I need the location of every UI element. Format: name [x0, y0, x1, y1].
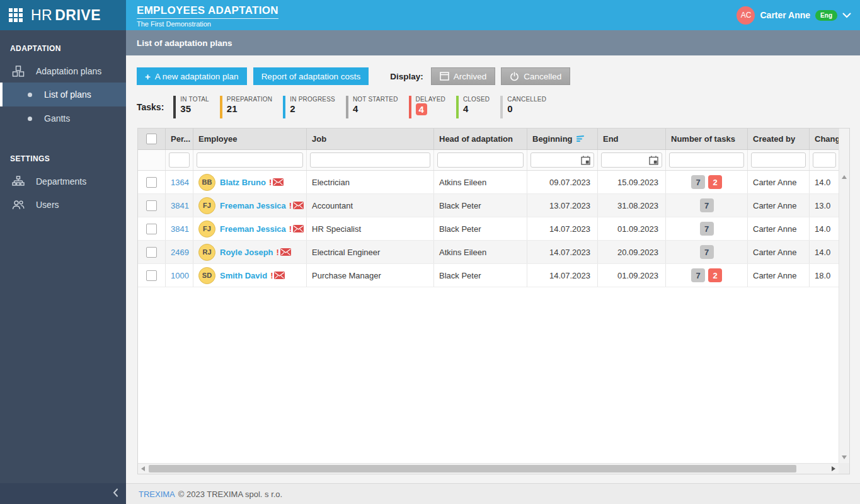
end-cell: 31.08.2023 — [598, 194, 666, 217]
sidebar-collapse-bar[interactable] — [0, 483, 126, 504]
personal-number-link[interactable]: 3841 — [171, 224, 189, 234]
counter-value: 35 — [180, 103, 209, 114]
counter-not-started: NOT STARTED 4 — [346, 96, 398, 118]
mail-icon[interactable] — [280, 248, 291, 256]
header-job[interactable]: Job — [307, 129, 434, 149]
user-menu[interactable]: AC Carter Anne Eng — [737, 6, 851, 25]
row-checkbox[interactable] — [146, 270, 157, 281]
archived-toggle-button[interactable]: Archived — [431, 67, 496, 85]
personal-number-link[interactable]: 1364 — [171, 178, 189, 187]
user-avatar[interactable]: AC — [737, 6, 755, 25]
changed-cell: 14.0 — [810, 171, 839, 193]
plans-table-panel: Per... Employee Job Head of adaptation B… — [137, 128, 850, 474]
end-cell: 01.09.2023 — [598, 264, 666, 287]
calendar-icon[interactable] — [581, 156, 590, 167]
table-row[interactable]: 1000 SD Smith David ! Purchase Manager B… — [138, 264, 839, 287]
chevron-left-icon[interactable] — [113, 488, 118, 499]
counter-in-total: IN TOTAL 35 — [173, 96, 209, 118]
scroll-up-icon[interactable] — [842, 175, 847, 179]
plans-table: Per... Employee Job Head of adaptation B… — [138, 129, 839, 287]
counter-label: CANCELLED — [507, 96, 546, 103]
counter-value: 21 — [227, 103, 272, 114]
vertical-scrollbar[interactable] — [839, 129, 849, 463]
chevron-down-icon[interactable] — [842, 11, 851, 20]
personal-number-link[interactable]: 3841 — [171, 201, 189, 210]
alert-mark: ! — [289, 201, 292, 210]
header-changed[interactable]: Chang — [810, 129, 839, 149]
alert-mark: ! — [269, 178, 272, 187]
header-beginning[interactable]: Beginning — [527, 129, 598, 149]
changed-cell: 13.0 — [810, 194, 839, 217]
sidebar-item-gantts[interactable]: Gantts — [0, 106, 126, 130]
filter-tasks-input[interactable] — [669, 152, 744, 168]
sidebar-item-adaptation-plans[interactable]: Adaptation plans — [0, 59, 126, 83]
calendar-icon[interactable] — [649, 156, 658, 167]
language-badge[interactable]: Eng — [815, 10, 837, 21]
footer: TREXIMA © 2023 TREXIMA spol. s r.o. — [126, 483, 860, 504]
scroll-left-icon[interactable] — [141, 466, 145, 471]
mail-icon[interactable] — [274, 272, 285, 279]
header-created-by[interactable]: Created by — [748, 129, 810, 149]
bullet-icon — [28, 117, 32, 121]
logo-area[interactable]: HRDRIVE — [0, 0, 126, 30]
tasks-total-badge: 7 — [691, 268, 705, 282]
page-subtitle: The First Demonstration — [137, 20, 278, 28]
employee-name-link[interactable]: Freeman Jessica — [220, 224, 286, 234]
employee-avatar: RJ — [198, 244, 215, 261]
select-all-checkbox[interactable] — [146, 134, 157, 144]
scroll-down-icon[interactable] — [842, 455, 847, 459]
sidebar-item-list-of-plans[interactable]: List of plans — [0, 83, 126, 106]
app-root: HRDRIVE ADAPTATION Adaptation plans List… — [0, 0, 860, 504]
employee-name-link[interactable]: Royle Joseph — [220, 248, 273, 257]
counter-value: 4 — [463, 103, 490, 114]
select-all-cell — [138, 129, 166, 149]
counter-label: CLOSED — [463, 96, 490, 103]
header-employee[interactable]: Employee — [193, 129, 307, 149]
table-row[interactable]: 2469 RJ Royle Joseph ! Electrical Engine… — [138, 241, 839, 264]
header-beginning-label: Beginning — [532, 134, 573, 144]
created-by-cell: Carter Anne — [748, 171, 810, 193]
archive-icon — [440, 72, 449, 81]
mail-icon[interactable] — [293, 225, 304, 232]
row-checkbox[interactable] — [146, 200, 157, 211]
filter-head-input[interactable] — [437, 152, 524, 168]
mail-icon[interactable] — [293, 202, 304, 209]
employee-name-link[interactable]: Blatz Bruno — [220, 178, 266, 187]
row-checkbox[interactable] — [146, 224, 157, 234]
tasks-delayed-badge: 2 — [708, 268, 722, 282]
employee-name-link[interactable]: Freeman Jessica — [220, 201, 286, 210]
sort-ascending-icon[interactable] — [576, 135, 585, 142]
sidebar-item-users[interactable]: Users — [0, 193, 126, 216]
end-cell: 15.09.2023 — [598, 171, 666, 193]
table-row[interactable]: 3841 FJ Freeman Jessica ! Accountant Bla… — [138, 194, 839, 217]
horizontal-scroll-thumb[interactable] — [149, 465, 796, 472]
horizontal-scrollbar[interactable] — [138, 463, 839, 474]
filter-job-input[interactable] — [310, 152, 430, 168]
sidebar-item-departments[interactable]: Departments — [0, 169, 126, 193]
personal-number-link[interactable]: 2469 — [171, 248, 189, 257]
report-label: Report of adaptation costs — [261, 72, 361, 81]
cancelled-toggle-button[interactable]: Cancelled — [501, 67, 570, 85]
report-costs-button[interactable]: Report of adaptation costs — [253, 67, 369, 85]
table-row[interactable]: 1364 BB Blatz Bruno ! Electrician Atkins… — [138, 171, 839, 194]
filter-personal-number-input[interactable] — [169, 152, 190, 168]
personal-number-link[interactable]: 1000 — [171, 271, 189, 280]
head-cell: Atkins Eileen — [434, 241, 527, 263]
header-number-of-tasks[interactable]: Number of tasks — [666, 129, 748, 149]
header-head-of-adaptation[interactable]: Head of adaptation — [434, 129, 527, 149]
new-adaptation-plan-button[interactable]: + A new adaptation plan — [137, 67, 247, 85]
table-row[interactable]: 3841 FJ Freeman Jessica ! HR Specialist … — [138, 217, 839, 241]
filter-created-by-input[interactable] — [751, 152, 806, 168]
trexima-link[interactable]: TREXIMA — [139, 490, 175, 499]
filter-employee-input[interactable] — [197, 152, 303, 168]
header-end[interactable]: End — [598, 129, 666, 149]
new-plan-label: A new adaptation plan — [155, 72, 239, 81]
filter-changed-input[interactable] — [813, 152, 836, 168]
header-personal-number[interactable]: Per... — [166, 129, 193, 149]
employee-name-link[interactable]: Smith David — [220, 271, 267, 280]
row-checkbox[interactable] — [146, 177, 157, 188]
apps-grid-icon[interactable] — [9, 8, 23, 22]
row-checkbox[interactable] — [146, 247, 157, 258]
mail-icon[interactable] — [273, 178, 284, 186]
scroll-right-icon[interactable] — [832, 466, 835, 471]
